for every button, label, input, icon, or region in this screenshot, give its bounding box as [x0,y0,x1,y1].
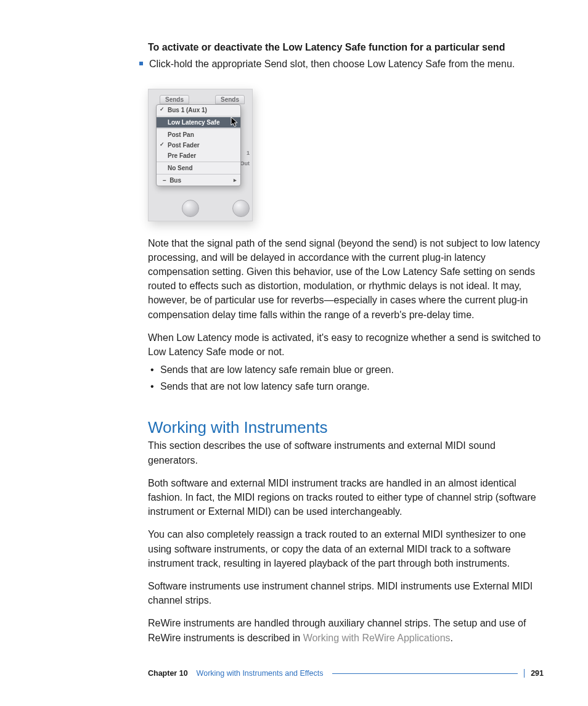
section-heading-instruments: Working with Instruments [148,418,544,437]
menu-item-no-send[interactable]: No Send [157,163,240,173]
section-paragraph: You can also completely reassign a track… [148,527,544,570]
menu-item-pre-fader[interactable]: Pre Fader [157,150,240,161]
section-paragraph: This section describes the use of softwa… [148,438,544,467]
menu-separator [157,116,240,117]
task-heading: To activate or deactivate the Low Latenc… [148,41,544,54]
task-step-text: Click-hold the appropriate Send slot, th… [149,57,515,71]
list-item: Sends that are not low latency safe turn… [148,378,544,395]
menu-separator [157,174,240,174]
recognize-paragraph: When Low Latency mode is activated, it's… [148,330,544,359]
menu-item-post-fader[interactable]: Post Fader [157,140,240,150]
bg-label-1: 1 [247,150,250,156]
menu-item-bus-submenu[interactable]: – Bus [157,175,240,186]
bg-label-out: Out [240,160,250,166]
chapter-title: Working with Instruments and Effects [197,669,324,678]
menu-separator [157,162,240,162]
chapter-label: Chapter 10 [148,669,188,678]
list-item: Sends that are low latency safe remain b… [148,361,544,378]
note-paragraph: Note that the signal path of the send si… [148,236,544,322]
channel-strip-header: Sends Sends [149,89,252,105]
page-footer: Chapter 10 Working with Instruments and … [148,669,544,678]
menu-item-bus1[interactable]: Bus 1 (Aux 1) [157,105,240,115]
sends-tab-right: Sends [215,95,245,104]
page-number: 291 [531,669,544,678]
embedded-screenshot: Sends Sends 1 Out Bus 1 (Aux 1) Low Late… [148,89,253,221]
send-context-menu: Bus 1 (Aux 1) Low Latency Safe Post Pan … [156,104,241,186]
knob-icon [182,200,199,217]
menu-item-bus-label: Bus [169,177,181,184]
section-paragraph: Software instruments use instrument chan… [148,579,544,607]
section-paragraph: ReWire instruments are handled through a… [148,616,544,644]
knob-icon [232,200,250,217]
section-paragraph: Both software and external MIDI instrume… [148,476,544,519]
document-page: To activate or deactivate the Low Latenc… [0,0,588,706]
footer-rule [332,673,518,674]
rewire-link[interactable]: Working with ReWire Applications [303,633,451,643]
footer-vertical-rule [524,669,525,678]
menu-item-post-pan[interactable]: Post Pan [157,129,240,140]
menu-separator [157,128,240,129]
task-step: Click-hold the appropriate Send slot, th… [139,57,544,71]
menu-item-low-latency-safe[interactable]: Low Latency Safe [157,117,240,128]
rewire-text-post: . [451,633,453,643]
sends-tab-left: Sends [160,95,189,104]
send-color-list: Sends that are low latency safe remain b… [148,361,544,395]
bullet-icon [139,62,143,65]
